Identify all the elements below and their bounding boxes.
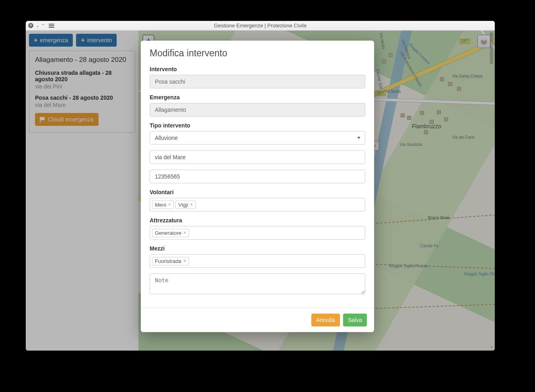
label-emergenza: Emergenza [150, 94, 365, 101]
tipo-select[interactable]: Alluvione [150, 131, 365, 145]
titlebar: ✕ ⌄ ⌃ Gestione Emergenze | Protezione Ci… [26, 21, 495, 31]
intervento-field [150, 75, 365, 88]
label-tipo: Tipo intervento [150, 122, 365, 129]
remove-tag-icon[interactable]: × [190, 202, 193, 207]
label-volontari: Volontari [150, 189, 365, 195]
tag: Vigji × [175, 201, 195, 209]
attrezzatura-tags[interactable]: Generatore × [150, 226, 365, 240]
numero-field[interactable] [150, 170, 365, 183]
edit-intervention-modal: Modifica intervento Intervento Emergenza… [141, 41, 374, 332]
label-attrezzatura: Attrezzatura [150, 217, 365, 224]
button-label: Salva [348, 317, 362, 323]
tag: Generatore × [152, 229, 189, 237]
via-field[interactable] [150, 150, 365, 164]
caret-down-icon [357, 137, 360, 139]
tag-label: Meni [155, 202, 166, 208]
modal-title: Modifica intervento [150, 48, 365, 59]
close-icon[interactable]: ✕ [28, 23, 33, 28]
scrollbar-thumb[interactable] [490, 32, 493, 64]
tag-label: Vigji [178, 202, 188, 208]
button-label: Annulla [316, 317, 335, 323]
volontari-tags[interactable]: Meni × Vigji × [150, 198, 365, 211]
tag-label: Generatore [155, 230, 181, 236]
label-intervento: Intervento [150, 66, 365, 72]
menu-icon[interactable] [49, 24, 54, 28]
remove-tag-icon[interactable]: × [183, 230, 186, 236]
mezzi-tags[interactable]: Fuoristrada × [150, 254, 365, 268]
select-value: Alluvione [155, 135, 178, 141]
scroll-down-icon[interactable]: ▼ [490, 345, 493, 350]
note-field[interactable] [150, 273, 365, 294]
remove-tag-icon[interactable]: × [183, 258, 186, 264]
window-title: Gestione Emergenze | Protezione Civile [26, 23, 495, 29]
app-window: ✕ ⌄ ⌃ Gestione Emergenze | Protezione Ci… [26, 21, 495, 351]
cancel-button[interactable]: Annulla [311, 314, 340, 326]
chevron-down-icon[interactable]: ⌄ [36, 23, 39, 28]
tag: Meni × [152, 201, 174, 209]
tag: Fuoristrada × [152, 257, 189, 265]
remove-tag-icon[interactable]: × [168, 202, 171, 207]
scrollbar[interactable]: ▲ ▼ [489, 31, 494, 350]
label-mezzi: Mezzi [150, 245, 365, 252]
emergenza-field [150, 103, 365, 117]
chevron-up-icon[interactable]: ⌃ [41, 23, 45, 28]
save-button[interactable]: Salva [343, 314, 367, 326]
tag-label: Fuoristrada [155, 258, 181, 264]
